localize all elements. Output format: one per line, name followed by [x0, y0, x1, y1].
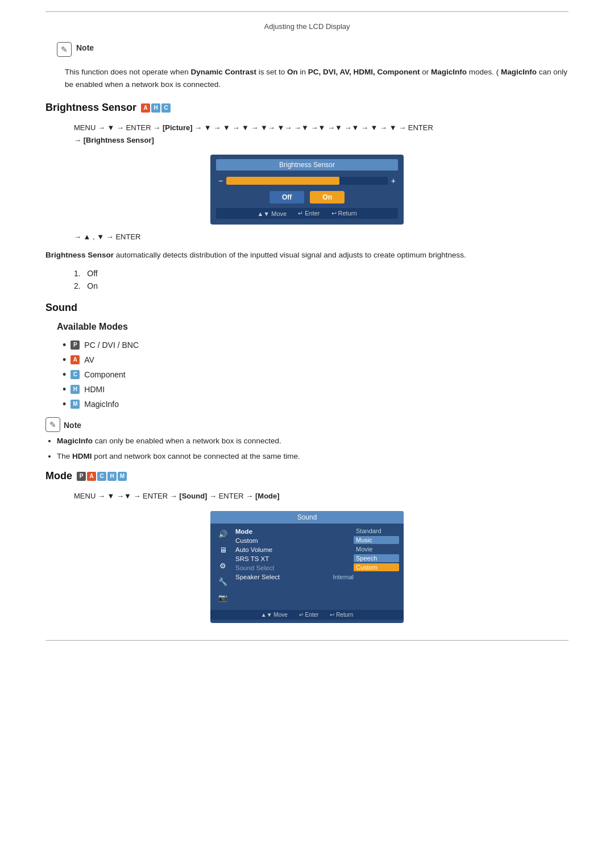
badge-a: A [141, 103, 150, 113]
mode-hdmi-label: HDMI [84, 385, 105, 394]
bullet-dot-3: • [63, 369, 66, 380]
bs-option-2: 2. On [74, 281, 569, 290]
note-bullet-1: MagicInfo can only be enabled when a net… [57, 435, 569, 447]
mode-badges: P A C H M [77, 472, 127, 481]
mode-magicinfo-label: MagicInfo [84, 400, 119, 409]
sound-menu-mode: Mode [235, 527, 354, 536]
sound-menu-soundselect: Sound Select [235, 563, 354, 572]
badge-p-mode: P [70, 340, 80, 350]
sound-icon-5: 📷 [217, 592, 229, 604]
badge-h-mode: H [70, 385, 80, 394]
bottom-rule [45, 640, 569, 641]
bs-minus-icon: − [218, 176, 223, 185]
note-label-1: Note [76, 43, 94, 52]
mode-menu-path: MENU → ▼ →▼ → ENTER → [Sound] → ENTER → … [74, 490, 569, 502]
note-icon-1: ✎ [57, 42, 72, 57]
note-label-2: Note [64, 421, 81, 430]
sound-nav-move: ▲▼ Move [261, 612, 288, 618]
sound-option-music: Music [354, 536, 399, 544]
sound-icon-3: ⚙ [217, 560, 229, 572]
page-header: Adjusting the LCD Display [45, 22, 569, 31]
note-bullet-2: The HDMI port and network box cannot be … [57, 451, 569, 463]
sound-left-icons: 🔊 🖥 ⚙ 🔧 📷 [215, 527, 231, 604]
sound-menu-autovolume: Auto Volume [235, 545, 354, 554]
sound-heading: Sound [45, 302, 569, 314]
note-header-2: ✎ Note [45, 417, 569, 432]
bs-nav-move: ▲▼ Move [257, 210, 287, 217]
sound-option-standard: Standard [354, 527, 399, 535]
sound-icon-4: 🔧 [217, 576, 229, 588]
bs-slider-fill [226, 177, 339, 185]
brightness-sensor-diagram: Brightness Sensor − + Off On ▲▼ Move ↵ E… [210, 155, 404, 225]
mode-badge-c: C [97, 472, 106, 481]
bullet-dot-1: • [63, 340, 66, 350]
note-content-1: This function does not operate when Dyna… [65, 66, 569, 90]
badge-m-mode: M [70, 400, 80, 409]
sound-diagram-title: Sound [210, 511, 404, 524]
badge-c: C [161, 103, 171, 113]
note-block-2: ✎ Note MagicInfo can only be enabled whe… [45, 417, 569, 463]
available-modes-heading: Available Modes [57, 322, 569, 332]
sound-menu-speakerselect: Speaker Select Internal [235, 572, 354, 582]
mode-pc: • P PC / DVI / BNC [63, 340, 569, 350]
sound-diagram-body: 🔊 🖥 ⚙ 🔧 📷 Mode Custom Auto Volume SRS TS [210, 524, 404, 608]
note-bullets-2: MagicInfo can only be enabled when a net… [57, 435, 569, 463]
sound-mode-diagram: Sound 🔊 🖥 ⚙ 🔧 📷 Mode Custom Auto Volume [210, 511, 404, 623]
bs-arrow-label: → ▲ , ▼ → ENTER [74, 232, 569, 241]
top-rule [45, 11, 569, 12]
sound-menu-soundselect-label: Sound Select [235, 564, 274, 571]
sound-menu-speakerselect-value: Internal [333, 574, 354, 580]
mode-component-label: Component [84, 370, 125, 379]
sound-option-movie: Movie [354, 545, 399, 553]
bs-nav-enter: ↵ Enter [298, 210, 320, 217]
mode-badge-m: M [118, 472, 127, 481]
mode-av-label: AV [84, 355, 94, 364]
sound-nav-bar: ▲▼ Move ↵ Enter ↩ Return [210, 610, 404, 620]
sound-icon-2: 🖥 [217, 544, 229, 556]
bs-title: Brightness Sensor [216, 159, 398, 171]
bs-on-button[interactable]: On [310, 191, 345, 203]
brightness-sensor-badges: A H C [141, 103, 171, 113]
mode-component: • C Component [63, 369, 569, 380]
brightness-sensor-menu-path: MENU → ▼ → ENTER → [Picture] → ▼ → ▼ → ▼… [74, 122, 569, 147]
mode-hdmi: • H HDMI [63, 384, 569, 394]
sound-nav-enter: ↵ Enter [299, 612, 319, 618]
sound-options-col: Standard Music Movie Speech Custom [354, 527, 399, 604]
available-modes-list: • P PC / DVI / BNC • A AV • C Component … [63, 340, 569, 409]
bs-nav-bar: ▲▼ Move ↵ Enter ↩ Return [216, 208, 398, 219]
mode-badge-p: P [77, 472, 86, 481]
sound-menu-speakerselect-label: Speaker Select [235, 574, 280, 580]
sound-menu-srs: SRS TS XT [235, 554, 354, 563]
brightness-sensor-heading: Brightness Sensor A H C [45, 102, 569, 114]
sound-nav-return: ↩ Return [330, 612, 353, 618]
sound-option-custom: Custom [354, 563, 399, 571]
sound-menu-srs-label: SRS TS XT [235, 555, 269, 562]
bullet-dot-4: • [63, 384, 66, 394]
badge-a-mode: A [70, 355, 80, 364]
badge-h: H [151, 103, 160, 113]
bs-options-list: 1. Off 2. On [74, 269, 569, 290]
bs-plus-icon: + [391, 176, 396, 185]
page-container: Adjusting the LCD Display ✎ Note This fu… [0, 0, 614, 663]
note-icon-2: ✎ [45, 417, 60, 432]
badge-c-mode: C [70, 370, 80, 379]
bs-option-1: 1. Off [74, 269, 569, 278]
sound-menu-mode-label: Mode [235, 528, 252, 535]
bullet-dot-5: • [63, 399, 66, 409]
mode-pc-label: PC / DVI / BNC [84, 340, 139, 350]
sound-menu-col: Mode Custom Auto Volume SRS TS XT Sound … [231, 527, 354, 604]
sound-icon-1: 🔊 [217, 528, 229, 541]
bs-description: Brightness Sensor automatically detects … [45, 249, 569, 261]
bullet-dot-2: • [63, 355, 66, 365]
note-box-1: ✎ Note [57, 42, 569, 57]
sound-menu-custom: Custom [235, 536, 354, 545]
mode-badge-h: H [107, 472, 117, 481]
mode-magicinfo: • M MagicInfo [63, 399, 569, 409]
sound-menu-custom-label: Custom [235, 537, 258, 544]
sound-option-speech: Speech [354, 554, 399, 562]
mode-heading: Mode P A C H M [45, 470, 569, 482]
bs-slider-track[interactable] [226, 177, 388, 185]
mode-av: • A AV [63, 355, 569, 365]
bs-off-button[interactable]: Off [269, 191, 304, 203]
sound-menu-autovolume-label: Auto Volume [235, 546, 272, 553]
